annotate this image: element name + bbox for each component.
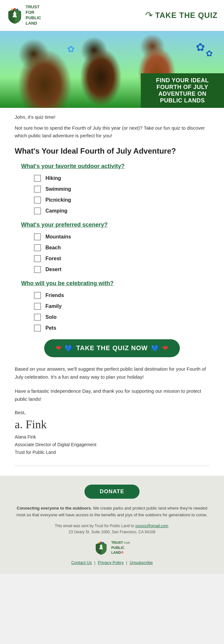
privacy-policy-link[interactable]: Privacy Policy [98,560,124,565]
list-item[interactable]: Family [34,303,209,310]
list-item[interactable]: Forest [34,255,209,262]
option-hiking: Hiking [45,175,61,181]
question3-options: Friends Family Solo Pets [15,292,209,332]
svg-point-3 [16,9,18,11]
contact-us-link[interactable]: Contact Us [71,560,92,565]
intro-paragraph: Not sure how to spend the Fourth of July… [15,124,209,140]
signature-section: Best, a. Fink Alana Fink Associate Direc… [15,410,209,456]
option-mountains: Mountains [45,234,71,240]
list-item[interactable]: Solo [34,314,209,321]
list-item[interactable]: Camping [34,207,209,214]
hero-overlay-text: FIND YOUR IDEAL FOURTH OF JULY ADVENTURE… [141,73,224,108]
footer-links: Contact Us | Privacy Policy | Unsubscrib… [13,560,211,565]
option-camping: Camping [45,208,67,214]
pinwheel-blue3-icon: ✿ [67,44,75,54]
list-item[interactable]: Mountains [34,233,209,240]
list-item[interactable]: Desert [34,266,209,273]
footer-logo-text: TRUST FOR PUBLIC LAND® [111,540,130,555]
option-solo: Solo [45,314,57,320]
donate-button[interactable]: DONATE [84,485,140,499]
footer-tpl-logo-icon [94,541,108,555]
cta-button-label: TAKE THE QUIZ NOW [76,344,148,352]
cta-container: ❤ 💙 TAKE THE QUIZ NOW 💙 ❤ [15,339,209,357]
heart-blue-left-icon: 💙 [65,344,73,352]
list-item[interactable]: Swimming [34,186,209,193]
quiz-cta-label[interactable]: TAKE THE QUIZ [155,11,218,20]
checkbox-mountains[interactable] [34,233,41,240]
checkbox-beach[interactable] [34,244,41,251]
option-family: Family [45,303,62,309]
checkbox-forest[interactable] [34,255,41,262]
section-divider [15,466,209,466]
svg-point-1 [11,9,13,11]
post-cta-paragraph1: Based on your answers, we'll suggest the… [15,365,209,381]
checkbox-camping[interactable] [34,207,41,214]
heart-red-right-icon: ❤ [163,344,168,352]
checkbox-swimming[interactable] [34,186,41,193]
question1-options: Hiking Swimming Picnicking Camping [15,175,209,214]
email-header: TRUST FOR PUBLIC LAND ↷ TAKE THE QUIZ [0,0,224,31]
list-item[interactable]: Friends [34,292,209,299]
list-item[interactable]: Pets [34,325,209,332]
list-item[interactable]: Picnicking [34,197,209,204]
footer-link-separator2: | [126,560,128,565]
take-quiz-button[interactable]: ❤ 💙 TAKE THE QUIZ NOW 💙 ❤ [44,339,180,357]
logo-text: TRUST FOR PUBLIC LAND [26,4,41,26]
question1-heading: What's your favorite outdoor activity? [15,163,209,170]
checkbox-solo[interactable] [34,314,41,321]
logo-area: TRUST FOR PUBLIC LAND [6,4,41,26]
tpl-logo-icon [6,7,23,24]
list-item[interactable]: Beach [34,244,209,251]
quiz-cta-area[interactable]: ↷ TAKE THE QUIZ [145,10,218,20]
list-item[interactable]: Hiking [34,175,209,182]
greeting-text: John, it's quiz time! [15,114,209,120]
heart-blue-right-icon: 💙 [151,344,159,352]
checkbox-pets[interactable] [34,325,41,332]
footer-link-separator1: | [94,560,97,565]
checkbox-friends[interactable] [34,292,41,299]
checkbox-hiking[interactable] [34,175,41,182]
heart-red-left-icon: ❤ [56,344,61,352]
option-swimming: Swimming [45,186,71,192]
signature-script: a. Fink [15,418,209,431]
email-footer: DONATE Connecting everyone to the outdoo… [0,476,224,574]
option-desert: Desert [45,267,61,272]
signer-name: Alana Fink Associate Director of Digital… [15,433,209,456]
question3-heading: Who will you be celebrating with? [15,280,209,287]
footer-mission-text: Connecting everyone to the outdoors. We … [13,505,211,519]
svg-point-6 [100,542,102,543]
hero-image: ✿ ✿ ✿ FIND YOUR IDEAL FOURTH OF JULY ADV… [0,31,224,108]
question2-options: Mountains Beach Forest Desert [15,233,209,273]
question2-heading: What's your preferred scenery? [15,221,209,228]
quiz-arrow-icon: ↷ [145,10,153,20]
post-cta-paragraph2: Have a fantastic Independence Day, and t… [15,387,209,403]
pinwheel-blue-icon: ✿ [196,41,205,53]
pinwheel-blue2-icon: ✿ [206,49,213,59]
svg-point-5 [98,542,100,544]
option-picnicking: Picnicking [45,197,71,203]
svg-point-7 [102,542,104,544]
option-beach: Beach [45,245,61,251]
main-content: John, it's quiz time! Not sure how to sp… [0,108,224,476]
option-pets: Pets [45,325,56,331]
option-forest: Forest [45,256,61,262]
closing-text: Best, [15,410,209,415]
svg-point-2 [14,8,16,10]
footer-logo-area: TRUST FOR PUBLIC LAND® [13,540,211,555]
checkbox-picnicking[interactable] [34,197,41,204]
unsubscribe-link[interactable]: Unsubscribe [130,560,153,565]
checkbox-desert[interactable] [34,266,41,273]
footer-email-link[interactable]: xxxxxx@gmail.com [135,524,168,528]
main-heading: What's Your Ideal Fourth of July Adventu… [15,146,209,156]
footer-address: This email was sent by Trust for Public … [13,523,211,535]
option-friends: Friends [45,293,64,298]
checkbox-family[interactable] [34,303,41,310]
